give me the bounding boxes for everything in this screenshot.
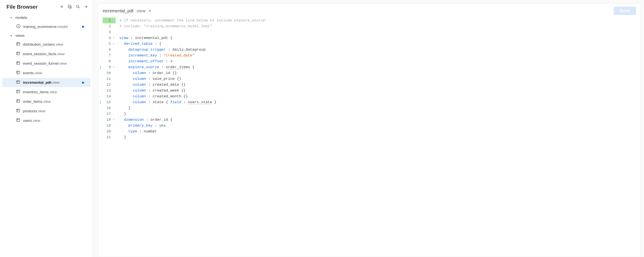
code-line[interactable]: primary_key : yes [120, 123, 267, 129]
fold-toggle-icon [112, 23, 116, 29]
line-number: 5 [105, 41, 111, 47]
gutter-info-icon [98, 76, 103, 82]
file-item-distribution_centers[interactable]: distribution_centers.view [2, 40, 90, 49]
svg-marker-9 [18, 26, 19, 27]
gutter-info-icon [98, 123, 103, 129]
search-icon[interactable] [76, 5, 80, 10]
caret-down-icon: ▼ [10, 17, 12, 19]
editor-filename-dropdown[interactable]: incremental_pdt.view ▼ [103, 9, 151, 14]
code-editor[interactable]: ii 123456789101112131415161718192021 ▾▾▾… [98, 18, 640, 257]
editor-area: incremental_pdt.view ▼ Saved ii 12345678… [93, 0, 644, 257]
gutter-info-icon [98, 105, 103, 111]
code-line[interactable]: dimension : order_id { [120, 117, 267, 123]
file-ext: .view [55, 42, 63, 47]
line-number: 17 [105, 111, 111, 117]
sidebar-toolbar [60, 5, 88, 10]
table-icon [16, 108, 20, 114]
file-name: order_items [23, 100, 42, 104]
svg-rect-16 [17, 62, 20, 64]
fold-toggle-icon[interactable]: ▾ [112, 35, 116, 41]
code-line[interactable]: } [120, 134, 267, 140]
code-line[interactable]: } [120, 111, 267, 117]
code-line[interactable]: column : state { field : users.state } [120, 99, 267, 105]
line-number: 12 [105, 82, 111, 88]
table-icon [16, 80, 20, 85]
svg-rect-13 [17, 52, 20, 55]
file-item-event_session_facts[interactable]: event_session_facts.view [2, 49, 90, 59]
line-number: 21 [105, 134, 111, 140]
file-name: events [23, 71, 34, 75]
code-line[interactable]: column : order_id {} [120, 70, 267, 76]
code-line[interactable]: # If necessary, uncomment the line below… [120, 18, 267, 23]
file-ext: .view [32, 119, 40, 123]
code-line[interactable]: } [120, 105, 267, 111]
code-line[interactable]: derived_table : { [120, 41, 267, 47]
code-line[interactable]: column : created_week {} [120, 88, 267, 93]
gutter-info-icon[interactable]: i [98, 64, 103, 70]
fold-toggle-icon [112, 58, 116, 64]
file-ext: .view [34, 71, 42, 75]
code-line[interactable] [120, 29, 267, 35]
file-name: event_session_funnel [23, 62, 58, 66]
fold-toggle-icon [112, 134, 116, 140]
folder-views[interactable]: ▼ views [2, 32, 90, 40]
line-number: 10 [105, 70, 111, 76]
svg-rect-10 [17, 42, 20, 45]
svg-line-5 [79, 7, 80, 8]
table-icon [16, 99, 20, 104]
line-number: 15 [105, 99, 111, 105]
code-line[interactable]: explore_source : order_items { [120, 64, 267, 70]
code-line[interactable]: view : incremental_pdt { [120, 35, 267, 41]
gutter-info-icon [98, 134, 103, 140]
code-line[interactable]: column : sale_price {} [120, 76, 267, 82]
gutter-info-icon [98, 53, 103, 58]
file-item-users[interactable]: users.view [2, 116, 90, 125]
file-item-event_session_funnel[interactable]: event_session_funnel.view [2, 59, 90, 68]
bulk-select-icon[interactable] [68, 5, 72, 10]
fold-toggle-icon [112, 99, 116, 105]
code-line[interactable]: # include: "training_ecommerce.model.lkm… [120, 23, 267, 29]
file-item-training_ecommerce[interactable]: training_ecommerce.model [2, 22, 90, 32]
table-icon [16, 89, 20, 95]
collapse-icon[interactable] [60, 5, 64, 9]
file-item-events[interactable]: events.view [2, 68, 90, 78]
gutter-info-icon [98, 58, 103, 64]
code-line[interactable]: column : created_month {} [120, 93, 267, 99]
file-name: products [23, 109, 37, 113]
gutter-info-icon [98, 82, 103, 88]
gutter-info-icon [98, 88, 103, 93]
folder-label: views [15, 34, 25, 38]
fold-toggle-icon [112, 29, 116, 35]
file-item-inventory_items[interactable]: inventory_items.view [2, 87, 90, 97]
folder-models[interactable]: ▼ models [2, 14, 90, 22]
svg-rect-28 [17, 100, 20, 102]
file-item-incremental_pdt[interactable]: incremental_pdt.view [2, 78, 90, 87]
svg-rect-1 [68, 5, 71, 8]
file-name: training_ecommerce [23, 25, 56, 29]
fold-toggle-icon [112, 105, 116, 111]
svg-rect-22 [17, 81, 20, 83]
editor-filename-main: incremental_pdt [103, 9, 133, 14]
table-icon [16, 118, 20, 123]
file-item-products[interactable]: products.view [2, 106, 90, 116]
line-number: 14 [105, 93, 111, 99]
file-name: incremental_pdt [23, 81, 51, 85]
gutter-info-icon[interactable]: i [98, 99, 103, 105]
code-line[interactable]: increment_key : "created_date" [120, 53, 267, 58]
line-number: 6 [105, 47, 111, 53]
file-item-order_items[interactable]: order_items.view [2, 97, 90, 106]
fold-toggle-icon [112, 70, 116, 76]
add-icon[interactable] [84, 5, 88, 10]
code-line[interactable]: datagroup_trigger : daily_datagroup [120, 47, 267, 53]
file-ext: .view [48, 90, 57, 94]
file-ext: .view [37, 109, 46, 113]
save-status-button[interactable]: Saved [614, 7, 636, 15]
fold-toggle-icon[interactable]: ▾ [112, 64, 116, 70]
fold-toggle-icon[interactable]: ▾ [112, 41, 116, 47]
file-name: inventory_items [23, 90, 48, 94]
fold-toggle-icon[interactable]: ▾ [112, 117, 116, 123]
fold-toggle-icon [112, 93, 116, 99]
code-line[interactable]: increment_offset : 3 [120, 58, 267, 64]
code-line[interactable]: type : number [120, 129, 267, 134]
code-line[interactable]: column : created_date {} [120, 82, 267, 88]
